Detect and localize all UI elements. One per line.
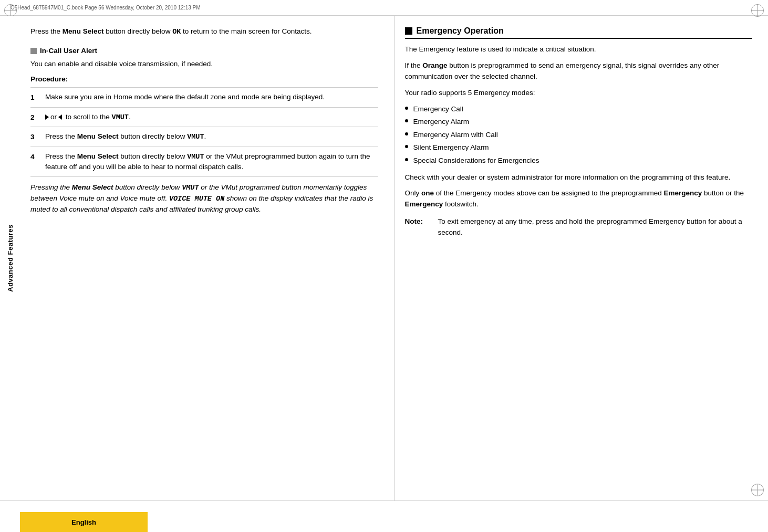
intro-paragraph: Press the Menu Select button directly be… bbox=[30, 26, 378, 37]
language-tab: English bbox=[20, 512, 148, 532]
intro-bold-menu-select: Menu Select bbox=[63, 27, 104, 35]
emergency-bold-2: Emergency bbox=[405, 200, 443, 208]
emergency-para2: If the Orange button is preprogrammed to… bbox=[405, 60, 753, 82]
step-item-2: 2 or to scroll to the VMUT. bbox=[30, 108, 378, 128]
subsection-icon bbox=[30, 48, 37, 54]
bullet-dot-5 bbox=[405, 158, 408, 161]
bullet-dot-4 bbox=[405, 145, 408, 148]
step-text-4: Press the Menu Select button directly be… bbox=[45, 151, 378, 172]
emergency-para4: Check with your dealer or system adminis… bbox=[405, 172, 753, 183]
note-label: Note: bbox=[405, 216, 434, 227]
bullet-text-1: Emergency Call bbox=[413, 104, 463, 114]
step-item-4: 4 Press the Menu Select button directly … bbox=[30, 147, 378, 177]
step-item-3: 3 Press the Menu Select button directly … bbox=[30, 127, 378, 147]
section-header-text: Emergency Operation bbox=[417, 26, 504, 36]
emergency-para3: Your radio supports 5 Emergency modes: bbox=[405, 88, 753, 99]
menu-select-bold-3: Menu Select bbox=[77, 132, 119, 140]
bottom-bar: 56 English bbox=[0, 500, 768, 532]
section-header: Emergency Operation bbox=[405, 26, 753, 39]
bullet-item-2: Emergency Alarm bbox=[405, 117, 753, 127]
bullet-item-3: Emergency Alarm with Call bbox=[405, 130, 753, 140]
step-list: 1 Make sure you are in Home mode where t… bbox=[30, 87, 378, 177]
subsection-header: In-Call User Alert bbox=[30, 47, 378, 55]
italic-note: Pressing the Menu Select button directly… bbox=[30, 182, 378, 215]
sidebar-label: Advanced Features bbox=[0, 16, 20, 500]
step-number-4: 4 bbox=[30, 152, 42, 162]
bullet-item-5: Special Considerations for Emergencies bbox=[405, 155, 753, 166]
menu-select-bold-4: Menu Select bbox=[77, 152, 119, 160]
emergency-modes-list: Emergency Call Emergency Alarm Emergency… bbox=[405, 104, 753, 166]
emergency-para1: The Emergency feature is used to indicat… bbox=[405, 44, 753, 55]
italic-menu-select: Menu Select bbox=[72, 183, 113, 191]
note-text: To exit emergency at any time, press and… bbox=[438, 216, 753, 238]
bullet-dot-1 bbox=[405, 107, 408, 110]
language-label: English bbox=[71, 518, 96, 526]
content-area: Press the Menu Select button directly be… bbox=[20, 16, 768, 500]
bullet-text-3: Emergency Alarm with Call bbox=[413, 130, 498, 140]
step-number-1: 1 bbox=[30, 92, 42, 103]
one-bold: one bbox=[421, 189, 434, 197]
subsection-body: You can enable and disable voice transmi… bbox=[30, 59, 378, 70]
bullet-dot-2 bbox=[405, 119, 408, 122]
sidebar-label-text: Advanced Features bbox=[6, 224, 14, 291]
header-text: O5Head_6875947M01_C.book Page 56 Wednesd… bbox=[11, 5, 201, 11]
bullet-text-4: Silent Emergency Alarm bbox=[413, 142, 489, 153]
left-column: Press the Menu Select button directly be… bbox=[20, 16, 395, 500]
arrow-left-icon bbox=[58, 114, 62, 120]
vmut-label-2: VMUT bbox=[112, 113, 129, 121]
bullet-item-1: Emergency Call bbox=[405, 104, 753, 114]
emergency-para5: Only one of the Emergency modes above ca… bbox=[405, 188, 753, 210]
bullet-dot-3 bbox=[405, 132, 408, 135]
header-bar: O5Head_6875947M01_C.book Page 56 Wednesd… bbox=[0, 0, 768, 16]
crosshair-top-left bbox=[4, 4, 17, 17]
arrow-right-icon bbox=[45, 114, 49, 120]
crosshair-top-right bbox=[751, 4, 764, 17]
right-column: Emergency Operation The Emergency featur… bbox=[395, 16, 769, 500]
emergency-bold-1: Emergency bbox=[664, 189, 702, 197]
intro-bold-ok: OK bbox=[172, 28, 181, 36]
vmut-label-4: VMUT bbox=[187, 153, 204, 161]
step-number-2: 2 bbox=[30, 112, 42, 123]
subsection-title: In-Call User Alert bbox=[40, 47, 97, 55]
bullet-text-2: Emergency Alarm bbox=[413, 117, 470, 127]
procedure-label: Procedure: bbox=[30, 75, 378, 83]
italic-voice-mute-on: VOICE MUTE ON bbox=[169, 195, 224, 203]
step-text-2: or to scroll to the VMUT. bbox=[45, 112, 378, 123]
step-item-1: 1 Make sure you are in Home mode where t… bbox=[30, 87, 378, 108]
step-text-3: Press the Menu Select button directly be… bbox=[45, 131, 378, 142]
note-row: Note: To exit emergency at any time, pre… bbox=[405, 216, 753, 238]
vmut-label-3: VMUT bbox=[187, 133, 204, 141]
bullet-text-5: Special Considerations for Emergencies bbox=[413, 155, 539, 166]
orange-bold: Orange bbox=[422, 61, 447, 69]
step-number-3: 3 bbox=[30, 132, 42, 142]
step-text-1: Make sure you are in Home mode where the… bbox=[45, 92, 378, 102]
section-header-icon bbox=[405, 27, 412, 35]
italic-vmut: VMUT bbox=[182, 184, 199, 192]
bullet-item-4: Silent Emergency Alarm bbox=[405, 142, 753, 153]
